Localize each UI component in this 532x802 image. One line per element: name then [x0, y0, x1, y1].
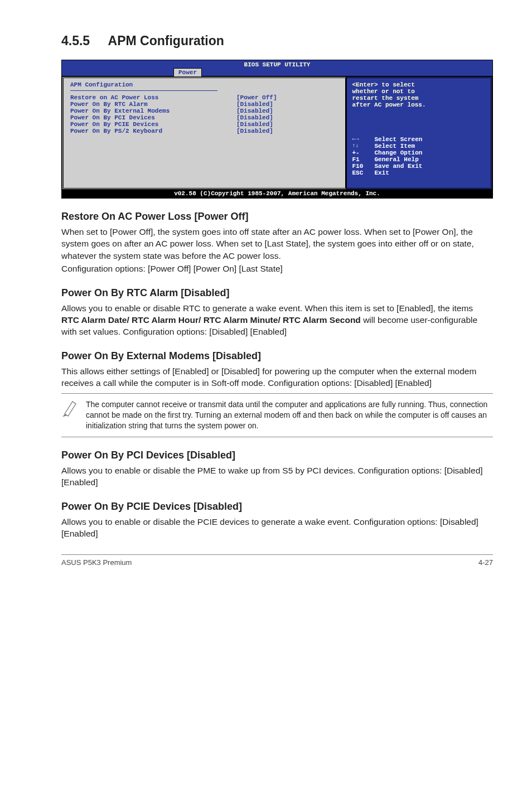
- bios-row: Power On By External Modems[Disabled]: [70, 108, 338, 114]
- bios-tab-power: Power: [173, 68, 202, 76]
- bios-setting-value: [Disabled]: [236, 128, 273, 134]
- bios-setting-label: Power On By PCI Devices: [70, 114, 236, 121]
- bios-screenshot: BIOS SETUP UTILITY Power APM Configurati…: [61, 60, 493, 199]
- section-number: 4.5.5: [61, 33, 90, 48]
- bios-setting-label: Power On By PS/2 Keyboard: [70, 128, 236, 134]
- nav-plusminus: +-: [352, 149, 375, 156]
- bios-help-line: whether or not to: [352, 88, 485, 95]
- subheading-pci: Power On By PCI Devices [Disabled]: [61, 450, 493, 461]
- nav-label: Select Screen: [375, 136, 423, 143]
- subheading-restore-ac: Restore On AC Power Loss [Power Off]: [61, 211, 493, 223]
- note-block: The computer cannot receive or transmit …: [61, 393, 493, 437]
- paragraph: Allows you to enable or disable the PME …: [61, 465, 493, 489]
- nav-label: Save and Exit: [375, 163, 423, 170]
- nav-label: Select Item: [375, 143, 415, 149]
- nav-label: Exit: [375, 170, 389, 176]
- bios-help-line: <Enter> to select: [352, 81, 485, 88]
- footer-page-number: 4-27: [478, 558, 493, 567]
- bios-row: Power On By PCI Devices[Disabled]: [70, 114, 338, 121]
- divider: [70, 90, 217, 91]
- bios-setting-value: [Disabled]: [236, 121, 273, 128]
- paragraph: Allows you to enable or disable RTC to g…: [61, 302, 493, 338]
- footer-left: ASUS P5K3 Premium: [61, 558, 132, 567]
- bios-group-title: APM Configuration: [70, 81, 338, 88]
- paragraph: Allows you to enable or disable the PCIE…: [61, 516, 493, 540]
- bios-setting-label: Power On By PCIE Devices: [70, 121, 236, 128]
- bios-title: BIOS SETUP UTILITY: [62, 60, 492, 68]
- bold-text: RTC Alarm Date/ RTC Alarm Hour/ RTC Alar…: [61, 315, 361, 325]
- nav-f1: F1: [352, 156, 375, 163]
- paragraph: When set to [Power Off], the system goes…: [61, 226, 493, 262]
- bios-setting-label: Power On By RTC Alarm: [70, 101, 236, 108]
- bios-help-line: after AC power loss.: [352, 102, 485, 108]
- bios-row: Power On By PCIE Devices[Disabled]: [70, 121, 338, 128]
- bios-nav-help: ←→Select Screen ↑↓Select Item +-Change O…: [352, 136, 485, 176]
- bios-setting-label: Restore on AC Power Loss: [70, 94, 236, 101]
- nav-f10: F10: [352, 163, 375, 170]
- bios-row: Restore on AC Power Loss[Power Off]: [70, 94, 338, 101]
- arrows-lr-icon: ←→: [352, 136, 375, 143]
- note-text: The computer cannot receive or transmit …: [86, 399, 493, 431]
- section-heading: 4.5.5 APM Configuration: [61, 33, 493, 49]
- subheading-external-modems: Power On By External Modems [Disabled]: [61, 350, 493, 362]
- bios-row: Power On By RTC Alarm[Disabled]: [70, 101, 338, 108]
- nav-label: Change Option: [375, 149, 423, 156]
- bios-footer: v02.58 (C)Copyright 1985-2007, American …: [62, 190, 492, 198]
- bios-setting-label: Power On By External Modems: [70, 108, 236, 114]
- bios-setting-value: [Power Off]: [236, 94, 277, 101]
- subheading-rtc-alarm: Power On By RTC Alarm [Disabled]: [61, 287, 493, 299]
- bios-row: Power On By PS/2 Keyboard[Disabled]: [70, 128, 338, 134]
- paragraph: This allows either settings of [Enabled]…: [61, 365, 493, 389]
- bios-help-line: restart the system: [352, 95, 485, 102]
- section-title: APM Configuration: [108, 33, 224, 48]
- subheading-pcie: Power On By PCIE Devices [Disabled]: [61, 501, 493, 513]
- paragraph: Configuration options: [Power Off] [Powe…: [61, 263, 493, 274]
- note-icon: [61, 399, 86, 419]
- bios-setting-value: [Disabled]: [236, 108, 273, 114]
- nav-label: General Help: [375, 156, 419, 163]
- bios-setting-value: [Disabled]: [236, 114, 273, 121]
- nav-esc: ESC: [352, 170, 375, 176]
- page-footer: ASUS P5K3 Premium 4-27: [61, 554, 493, 567]
- text-run: Allows you to enable or disable RTC to g…: [61, 303, 473, 313]
- arrows-ud-icon: ↑↓: [352, 143, 375, 149]
- bios-setting-value: [Disabled]: [236, 101, 273, 108]
